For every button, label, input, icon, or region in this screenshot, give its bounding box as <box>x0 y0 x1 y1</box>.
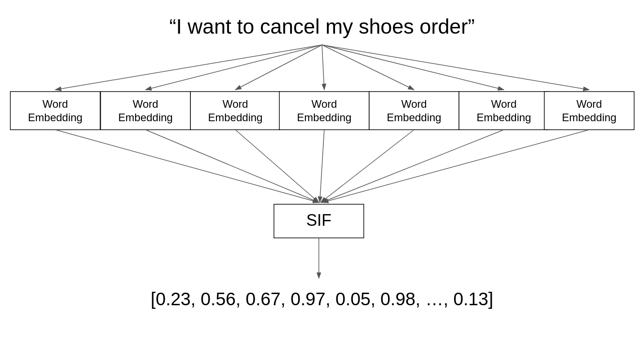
svg-text:Embedding: Embedding <box>387 111 441 123</box>
arrow-to-box-5 <box>322 45 414 90</box>
sif-label: SIF <box>306 211 331 229</box>
svg-text:Embedding: Embedding <box>562 111 616 123</box>
arrow-from-box-2 <box>146 130 319 202</box>
svg-text:Word: Word <box>223 98 248 110</box>
arrow-from-box-3 <box>235 130 319 202</box>
arrow-from-box-7 <box>322 130 589 202</box>
sentence-label: “I want to cancel my shoes order” <box>169 15 475 38</box>
word-embedding-box-3 <box>190 92 280 130</box>
diagram-container: Word Embedding Word Embedding Word Embed… <box>0 0 644 360</box>
svg-text:Word: Word <box>133 98 159 110</box>
word-embedding-box-5 <box>369 92 459 130</box>
word-embedding-box-1 <box>10 92 100 130</box>
svg-text:Word: Word <box>577 98 602 110</box>
svg-text:Word: Word <box>312 98 337 110</box>
svg-text:Word: Word <box>491 98 517 110</box>
svg-text:Word: Word <box>401 98 427 110</box>
svg-text:Embedding: Embedding <box>118 111 172 123</box>
word-embedding-box-2 <box>101 92 190 130</box>
word-embedding-box-7 <box>544 92 634 130</box>
arrow-to-box-1 <box>55 45 322 90</box>
arrow-to-box-7 <box>322 45 589 90</box>
arrow-to-box-3 <box>235 45 322 90</box>
output-vector-text: [0.23, 0.56, 0.67, 0.97, 0.05, 0.98, …, … <box>151 289 494 309</box>
main-diagram: Word Embedding Word Embedding Word Embed… <box>0 0 644 360</box>
word-embedding-box-4 <box>279 92 369 130</box>
svg-text:Embedding: Embedding <box>208 111 262 123</box>
arrow-from-box-5 <box>321 130 414 202</box>
arrow-to-box-4 <box>322 45 324 90</box>
svg-text:Embedding: Embedding <box>297 111 351 123</box>
word-embedding-box-6 <box>459 92 549 130</box>
arrow-from-box-1 <box>55 130 319 202</box>
word-embedding-label-1: Word <box>43 98 68 110</box>
arrow-to-box-2 <box>146 45 322 90</box>
arrow-to-box-6 <box>322 45 504 90</box>
svg-text:Embedding: Embedding <box>28 111 82 123</box>
svg-text:Embedding: Embedding <box>476 111 531 123</box>
arrow-from-box-4 <box>320 130 324 202</box>
arrow-from-box-6 <box>322 130 504 202</box>
